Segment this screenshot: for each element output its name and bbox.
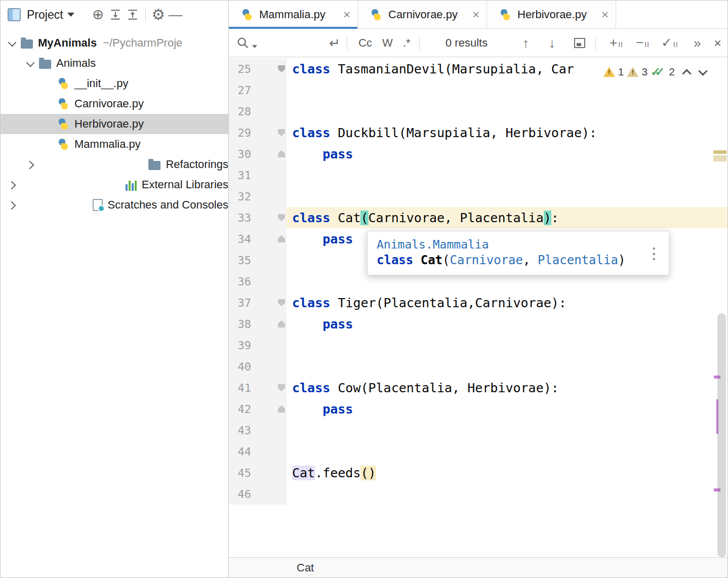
fold-end-icon[interactable] [278,150,285,157]
editor-gutter[interactable]: 31 [229,164,287,186]
code-line-39[interactable]: 39 [229,335,727,356]
fold-end-icon[interactable] [278,405,285,412]
editor-gutter[interactable]: 28 [229,101,287,122]
fold-start-icon[interactable] [278,129,285,136]
breadcrumb-item[interactable]: Cat [297,561,314,574]
previous-occurrence-button[interactable]: ↑ [522,29,529,57]
code-text: class Cow(Placentalia, Herbivorae): [287,377,727,398]
code-line-31[interactable]: 31 [229,164,727,186]
code-line-38[interactable]: 38 pass [229,313,727,335]
error-stripe[interactable] [712,57,727,557]
editor-gutter[interactable]: 27 [229,79,287,101]
previous-problem-button[interactable] [682,67,691,76]
editor-gutter[interactable]: 25 [229,58,287,79]
editor-gutter[interactable]: 43 [229,420,287,441]
code-editor[interactable]: 25class TasmanianDevil(Marsupialia, Car2… [229,57,727,557]
match-case-toggle[interactable]: Cc [358,29,372,57]
tree-item-herbivorae-py[interactable]: Herbivorae.py [1,114,228,134]
close-icon[interactable]: × [601,9,609,21]
regex-toggle[interactable]: .* [403,29,411,57]
editor-gutter[interactable]: 38 [229,313,287,335]
stripe-warning-mark[interactable] [713,155,726,161]
search-options-button[interactable] [236,29,257,57]
editor-gutter[interactable]: 36 [229,271,287,292]
code-line-37[interactable]: 37class Tiger(Placentalia,Carnivorae): [229,292,727,313]
collapse-all-button[interactable] [124,6,141,23]
project-panel-title[interactable]: Project [27,8,63,22]
expand-all-button[interactable] [107,6,124,23]
tree-item-animals[interactable]: Animals [1,53,228,73]
editor-gutter[interactable]: 42 [229,398,287,420]
tree-item-myanimals[interactable]: MyAnimals~/PycharmProje [1,33,228,53]
code-line-33[interactable]: 33class Cat(Carnivorae, Placentalia): [229,207,727,228]
code-line-43[interactable]: 43 [229,420,727,441]
tree-item-carnivorae-py[interactable]: Carnivorae.py [1,94,228,114]
editor-gutter[interactable]: 30 [229,143,287,164]
editor-gutter[interactable]: 40 [229,356,287,377]
fold-end-icon[interactable] [278,320,285,327]
close-icon[interactable]: × [472,9,479,21]
editor-gutter[interactable]: 44 [229,441,287,462]
editor-gutter[interactable]: 39 [229,335,287,356]
code-line-44[interactable]: 44 [229,441,727,462]
next-problem-button[interactable] [698,67,707,76]
remove-occurrence-button[interactable]: −II [636,29,650,57]
code-line-27[interactable]: 27 [229,79,727,101]
inspections-widget[interactable]: ! 1 ! 3 ✓✓ 2 [598,61,712,82]
add-occurrence-button[interactable]: +II [610,29,623,57]
close-find-bar-button[interactable]: × [714,29,721,57]
code-line-41[interactable]: 41class Cow(Placentalia, Herbivorae): [229,377,727,398]
next-occurrence-button[interactable]: ↓ [549,29,555,57]
chevron-down-icon[interactable] [67,13,74,17]
chevron-right-icon[interactable] [5,177,125,192]
editor-gutter[interactable]: 34 [229,228,287,250]
code-line-30[interactable]: 30 pass [229,143,727,164]
words-toggle[interactable]: W [382,29,393,57]
open-in-find-window-button[interactable] [574,29,585,57]
stripe-warning-mark[interactable] [713,150,726,154]
tree-item-scratches-and-consoles[interactable]: Scratches and Consoles [1,195,228,215]
search-input[interactable] [260,33,331,53]
tree-item-mammalia-py[interactable]: Mammalia.py [1,134,228,154]
code-line-29[interactable]: 29class Duckbill(Marsupialia, Herbivorae… [229,122,727,143]
editor-gutter[interactable]: 29 [229,122,287,143]
tree-item-refactorings[interactable]: Refactorings [1,154,228,175]
editor-gutter[interactable]: 45 [229,462,287,483]
fold-start-icon[interactable] [278,384,285,391]
newline-button[interactable]: ↵ [329,29,340,57]
kebab-menu-icon[interactable]: ⋮ [646,244,662,262]
tree-item-external-libraries[interactable]: External Libraries [1,175,228,195]
code-line-42[interactable]: 42 pass [229,398,727,420]
hide-panel-button[interactable]: — [167,6,184,23]
fold-end-icon[interactable] [278,235,285,242]
editor-gutter[interactable]: 35 [229,250,287,271]
fold-collapsed-icon[interactable] [278,65,285,72]
code-line-46[interactable]: 46 [229,483,727,505]
code-line-32[interactable]: 32 [229,186,727,207]
editor-gutter[interactable]: 32 [229,186,287,207]
locate-file-button[interactable]: ⊕ [90,6,107,23]
scrollbar-thumb[interactable] [717,313,726,557]
code-line-45[interactable]: 45Cat.feeds() [229,462,727,483]
chevron-right-icon[interactable] [5,197,92,213]
editor-gutter[interactable]: 41 [229,377,287,398]
fold-start-icon[interactable] [278,299,285,306]
tab-mammalia[interactable]: Mammalia.py× [229,1,358,28]
code-line-40[interactable]: 40 [229,356,727,377]
code-line-28[interactable]: 28 [229,101,727,122]
tooltip-namespace-link[interactable]: Animals.Mammalia [377,238,642,251]
more-options-button[interactable]: » [694,29,701,57]
settings-button[interactable]: ⚙ [150,6,167,23]
chevron-right-icon[interactable] [23,157,147,172]
chevron-down-icon[interactable] [5,35,20,51]
tab-carnivorae[interactable]: Carnivorae.py× [358,1,487,28]
editor-gutter[interactable]: 46 [229,483,287,505]
editor-gutter[interactable]: 37 [229,292,287,313]
tab-herbivorae[interactable]: Herbivorae.py× [487,1,616,28]
editor-gutter[interactable]: 33 [229,207,287,228]
chevron-down-icon[interactable] [23,56,38,71]
tree-item-init-py[interactable]: __init__.py [1,73,228,94]
close-icon[interactable]: × [343,9,350,21]
select-all-occurrences-button[interactable]: ✓II [661,29,678,57]
fold-start-icon[interactable] [278,214,285,221]
